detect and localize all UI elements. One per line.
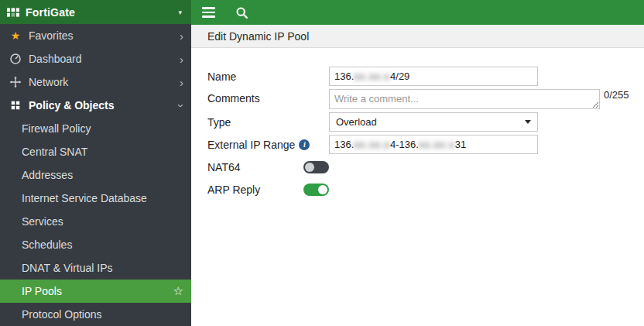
sidebar-item-label: Central SNAT	[22, 146, 87, 158]
sidebar-item-label: Dashboard	[29, 53, 173, 65]
sidebar-item-label: Services	[22, 215, 63, 228]
main-area: Edit Dynamic IP Pool Name 136.xx.xx.x4/2…	[191, 0, 644, 326]
sidebar-item-label: IP Pools	[22, 285, 62, 297]
sidebar-item-protocol-options[interactable]: Protocol Options	[0, 303, 191, 326]
arp-reply-label: ARP Reply	[207, 184, 303, 196]
name-input[interactable]: 136.xx.xx.x4/29	[329, 67, 538, 86]
sidebar-item-addresses[interactable]: Addresses	[0, 163, 191, 187]
comments-label: Comments	[207, 92, 329, 105]
sidebar-item-label: Addresses	[22, 169, 73, 181]
app-root: FortiGate ▾ ★ Favorites › Dashboard ›	[0, 0, 644, 326]
toggle-knob	[318, 185, 327, 194]
form-row-external-ip-range: External IP Range i 136.xx.xx.x4-136.xx.…	[207, 135, 644, 154]
range-redacted-2: xx.xx.x	[419, 139, 455, 150]
sidebar-item-internet-service-database[interactable]: Internet Service Database	[0, 187, 191, 210]
sidebar-item-network[interactable]: Network ›	[0, 70, 191, 94]
network-icon	[9, 76, 22, 88]
range-suffix: 31	[455, 139, 466, 150]
arp-reply-toggle[interactable]	[303, 184, 329, 196]
policy-objects-icon	[9, 99, 22, 112]
menu-icon[interactable]	[202, 7, 215, 18]
info-icon[interactable]: i	[299, 139, 310, 150]
sidebar-item-label: Internet Service Database	[22, 192, 147, 204]
name-value-redacted: xx.xx.x	[354, 70, 390, 82]
type-select[interactable]: Overload	[329, 112, 538, 132]
sidebar-item-label: Policy & Objects	[29, 99, 173, 112]
comments-char-counter: 0/255	[604, 89, 629, 101]
sidebar-item-dashboard[interactable]: Dashboard ›	[0, 47, 191, 70]
nat64-toggle[interactable]	[303, 161, 329, 173]
toggle-knob	[305, 163, 314, 172]
form-row-arp-reply: ARP Reply	[207, 180, 644, 199]
name-label: Name	[207, 70, 329, 83]
type-label: Type	[207, 116, 329, 129]
favorite-star-icon[interactable]: ☆	[173, 284, 183, 298]
sidebar-item-label: Protocol Options	[22, 308, 102, 321]
edit-ip-pool-form: Name 136.xx.xx.x4/29 Comments 0/255 Type…	[191, 48, 644, 202]
sidebar-item-policy-objects[interactable]: Policy & Objects ›	[0, 94, 191, 117]
form-row-type: Type Overload	[207, 112, 644, 132]
range-redacted-1: xx.xx.x	[354, 139, 390, 150]
sidebar-item-dnat-virtual-ips[interactable]: DNAT & Virtual IPs	[0, 256, 191, 280]
sidebar-item-label: Schedules	[22, 238, 72, 251]
name-value-suffix: 4/29	[390, 70, 409, 82]
comments-textarea[interactable]	[329, 89, 600, 109]
sidebar-item-services[interactable]: Services	[0, 210, 191, 233]
form-row-comments: Comments 0/255	[207, 89, 644, 109]
fortigate-logo-icon	[7, 6, 19, 19]
range-prefix: 136.	[334, 139, 354, 150]
sidebar-item-label: Network	[29, 76, 173, 88]
sidebar-item-central-snat[interactable]: Central SNAT	[0, 140, 191, 163]
chevron-down-icon: ▾	[178, 9, 182, 16]
form-row-name: Name 136.xx.xx.x4/29	[207, 67, 644, 86]
external-ip-range-label-text: External IP Range	[207, 139, 295, 151]
external-ip-range-input[interactable]: 136.xx.xx.x4-136.xx.xx.x31	[329, 135, 538, 154]
chevron-right-icon: ›	[180, 77, 183, 88]
sidebar-item-label: Favorites	[29, 29, 173, 42]
sidebar-item-firewall-policy[interactable]: Firewall Policy	[0, 117, 191, 140]
device-selector[interactable]: FortiGate ▾	[0, 0, 191, 24]
page-header: Edit Dynamic IP Pool	[191, 25, 644, 48]
dropdown-caret-icon	[525, 120, 531, 124]
chevron-right-icon: ›	[180, 30, 183, 42]
search-icon[interactable]	[235, 6, 248, 19]
external-ip-range-label: External IP Range i	[207, 139, 329, 151]
form-row-nat64: NAT64	[207, 157, 644, 177]
sidebar-item-favorites[interactable]: ★ Favorites ›	[0, 24, 191, 47]
sidebar-item-label: Firewall Policy	[22, 122, 91, 135]
top-toolbar	[191, 0, 644, 25]
gauge-icon	[9, 53, 22, 65]
device-name: FortiGate	[26, 6, 172, 19]
sidebar-item-ip-pools[interactable]: IP Pools ☆	[0, 280, 191, 303]
type-selected-value: Overload	[336, 116, 377, 128]
sidebar: FortiGate ▾ ★ Favorites › Dashboard ›	[0, 0, 191, 326]
sidebar-item-schedules[interactable]: Schedules	[0, 233, 191, 256]
sidebar-menu: ★ Favorites › Dashboard ›	[0, 24, 191, 326]
chevron-down-icon: ›	[176, 104, 187, 108]
name-value-prefix: 136.	[334, 70, 354, 82]
page-title: Edit Dynamic IP Pool	[207, 30, 309, 43]
sidebar-item-label: DNAT & Virtual IPs	[22, 262, 112, 274]
star-icon: ★	[9, 29, 22, 42]
nat64-label: NAT64	[207, 161, 303, 173]
range-middle: 4-136.	[390, 139, 419, 150]
chevron-right-icon: ›	[180, 53, 183, 65]
